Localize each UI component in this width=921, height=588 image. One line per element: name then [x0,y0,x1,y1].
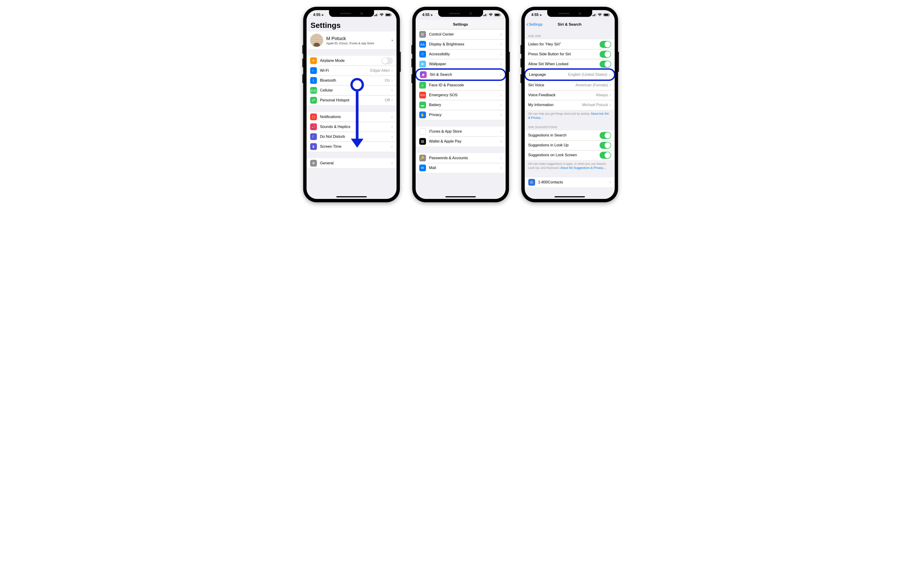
cell-cellular[interactable]: ((•))Cellular› [306,85,397,95]
cell-label: Emergency SOS [429,93,500,97]
cell-screen-time[interactable]: ⧗Screen Time› [306,141,397,151]
cell-label: Display & Brightness [429,42,500,47]
cell-allow-siri-when-locked[interactable]: Allow Siri When Locked [525,59,615,69]
cell-my-information[interactable]: My InformationMichael Potuck› [525,100,615,110]
battery-icon: ▬ [419,102,426,108]
toggle[interactable] [600,142,611,149]
toggle[interactable] [600,132,611,139]
profile-cell[interactable]: M Potuck Apple ID, iCloud, iTunes & App … [306,31,397,49]
cell-bluetooth[interactable]: ᛒBluetoothOn› [306,76,397,85]
notch [329,10,374,17]
nav-title: Settings [453,22,468,27]
back-label: Settings [529,22,542,27]
cell-press-side-button-for-siri[interactable]: Press Side Button for Siri [525,49,615,59]
1800contacts-icon: ⦿ [528,179,535,186]
appstore-icon [419,128,426,135]
general-icon: ⚙ [310,160,317,167]
home-indicator[interactable] [445,196,476,197]
nav-bar: Settings [416,19,506,29]
about-suggestions-link[interactable]: About Siri Suggestions & Privacy… [560,166,606,169]
cell-mail[interactable]: ✉Mail› [416,163,506,173]
cell-label: Wallpaper [429,62,500,66]
cellular-signal-icon [483,13,487,16]
cell-suggestions-in-look-up[interactable]: Suggestions in Look Up [525,140,615,150]
svg-rect-11 [604,14,608,16]
cell-label: Mail [429,166,500,170]
cell-personal-hotspot[interactable]: ☍Personal HotspotOff› [306,95,397,105]
cell-language[interactable]: LanguageEnglish (United States)› [526,70,614,80]
screen-1: 4:55 ➤ Settings M Potuck Apple ID, iClou… [306,10,397,199]
cell-do-not-disturb[interactable]: ☾Do Not Disturb› [306,132,397,141]
section-footer-suggestions: Siri can make suggestions in apps, or wh… [525,160,615,171]
cell-display-brightness[interactable]: AADisplay & Brightness› [416,39,506,49]
cell-passwords-accounts[interactable]: 🔑Passwords & Accounts› [416,153,506,163]
toggle[interactable] [600,41,611,48]
cell-label: Wallet & Apple Pay [429,139,500,144]
profile-subtitle: Apple ID, iCloud, iTunes & App Store [326,42,392,45]
nav-title: Siri & Search [558,22,582,27]
toggle[interactable] [600,152,611,159]
cell-sounds-haptics[interactable]: 🔊Sounds & Haptics› [306,122,397,132]
cell-wi-fi[interactable]: ᯤWi-FiEdgar Allen› [306,66,397,76]
cell-value: Edgar Allen [370,68,390,73]
cell-battery[interactable]: ▬Battery› [416,100,506,110]
dnd-icon: ☾ [310,133,317,140]
location-icon: ➤ [540,13,542,17]
cell-airplane-mode[interactable]: ✈Airplane Mode [306,56,397,66]
cell-label: Airplane Mode [320,58,381,63]
cell-wallpaper[interactable]: ❀Wallpaper› [416,59,506,69]
chevron-right-icon: › [391,124,393,129]
cell-itunes-app-store[interactable]: iTunes & App Store› [416,127,506,136]
content-1[interactable]: Settings M Potuck Apple ID, iCloud, iTun… [306,19,397,199]
cell-label: General [320,161,391,166]
cell-emergency-sos[interactable]: SOSEmergency SOS› [416,90,506,100]
back-button[interactable]: ‹ Settings [527,19,542,29]
cell-label: Suggestions in Look Up [528,143,600,148]
home-indicator[interactable] [336,196,366,197]
accessibility-icon: ☉ [419,51,426,58]
cell-privacy[interactable]: ✋Privacy› [416,110,506,120]
page-title: Settings [306,19,397,31]
cellular-signal-icon [592,13,596,16]
cell-notifications[interactable]: ▢Notifications› [306,112,397,122]
privacy-icon: ✋ [419,112,426,118]
cell-value: Always [596,93,608,97]
cell-label: Suggestions in Search [528,133,600,138]
home-indicator[interactable] [555,196,585,197]
wifi-icon [597,13,602,16]
content-3[interactable]: ASK SIRI Listen for “Hey Siri”Press Side… [525,29,615,199]
cell-control-center[interactable]: ⊟Control Center› [416,29,506,39]
cell-voice-feedback[interactable]: Voice FeedbackAlways› [525,90,615,100]
chevron-right-icon: › [500,156,502,161]
passwords-icon: 🔑 [419,154,426,161]
cell-listen-for-hey-siri-[interactable]: Listen for “Hey Siri” [525,39,615,49]
chevron-right-icon: › [391,144,393,149]
cell-label: iTunes & App Store [429,129,500,134]
cell-suggestions-in-search[interactable]: Suggestions in Search [525,130,615,140]
toggle[interactable] [600,51,611,58]
avatar [310,34,323,47]
cell-face-id-passcode[interactable]: ☺Face ID & Passcode› [416,80,506,90]
cell-label: Face ID & Passcode [429,83,500,88]
chevron-right-icon: › [609,180,611,185]
toggle[interactable] [600,61,611,68]
cell-siri-search[interactable]: ◉Siri & Search› [416,70,505,80]
toggle[interactable] [381,57,393,64]
status-time: 4:55 [532,13,539,17]
highlight-ring: ◉Siri & Search› [416,68,506,81]
cell-accessibility[interactable]: ☉Accessibility› [416,49,506,59]
cell-label: Privacy [429,113,500,117]
svg-rect-8 [495,14,499,16]
content-2[interactable]: ⊟Control Center›AADisplay & Brightness›☉… [416,29,506,199]
chevron-right-icon: › [500,52,502,57]
cell-label: Cellular [320,88,391,93]
svg-rect-1 [386,14,390,16]
chevron-right-icon: › [609,102,611,107]
cell-general[interactable]: ⚙General› [306,158,397,168]
wifi-icon: ᯤ [310,67,317,74]
cell-suggestions-on-lock-screen[interactable]: Suggestions on Lock Screen [525,150,615,160]
chevron-right-icon: › [391,78,393,83]
cell-siri-voice[interactable]: Siri VoiceAmerican (Female)› [525,80,615,90]
cell-wallet-apple-pay[interactable]: ▤Wallet & Apple Pay› [416,136,506,146]
cell-1-800contacts[interactable]: ⦿1-800Contacts› [525,177,615,187]
